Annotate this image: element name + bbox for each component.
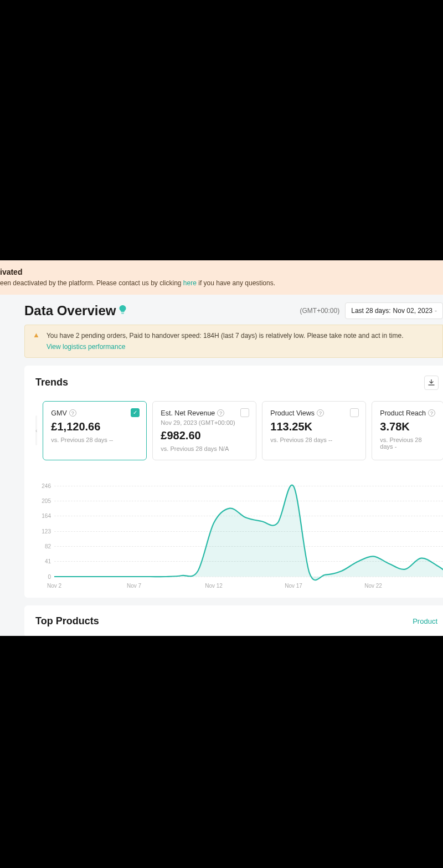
y-tick: 246 xyxy=(35,482,51,489)
download-button[interactable] xyxy=(424,376,439,390)
trends-title: Trends xyxy=(35,377,68,388)
help-icon[interactable]: ? xyxy=(428,409,435,417)
deactivation-here-link[interactable]: here xyxy=(183,279,197,287)
deactivation-title: ivated xyxy=(0,266,443,278)
metric-row: ‹ GMV ? ✓ £1,120.66 vs. Previous 28 days… xyxy=(35,401,443,460)
top-products-title: Top Products xyxy=(35,615,99,627)
metric-checkbox-net-revenue[interactable] xyxy=(240,408,249,417)
y-tick: 0 xyxy=(35,573,51,579)
metric-card-product-reach[interactable]: Product Reach ? 3.78K vs. Previous 28 da… xyxy=(372,401,443,460)
help-icon[interactable]: ? xyxy=(217,409,224,417)
trends-card: Trends ‹ GMV ? ✓ £1,120.66 vs. Previous … xyxy=(24,366,443,598)
y-tick: 41 xyxy=(35,558,51,564)
top-products-card: Top Products Product xyxy=(24,605,443,636)
view-logistics-link[interactable]: View logistics performance xyxy=(47,342,126,352)
metric-card-product-views[interactable]: Product Views ? 113.25K vs. Previous 28 … xyxy=(262,401,366,460)
page-header: Data Overview (GMT+00:00) Last 28 days: … xyxy=(0,295,443,325)
x-tick: Nov 12 xyxy=(205,583,223,589)
x-tick: Nov 17 xyxy=(285,583,302,589)
bulb-icon xyxy=(119,305,126,316)
metric-checkbox-gmv[interactable]: ✓ xyxy=(131,408,140,417)
page-title: Data Overview xyxy=(24,303,126,319)
metric-checkbox-product-views[interactable] xyxy=(350,408,359,417)
y-tick: 123 xyxy=(35,528,51,534)
help-icon[interactable]: ? xyxy=(317,409,324,417)
chart-svg xyxy=(54,477,443,577)
y-tick: 164 xyxy=(35,513,51,519)
alert-message: You have 2 pending orders, Paid to hando… xyxy=(47,332,404,340)
dashboard-window: ivated een deactivated by the platform. … xyxy=(0,260,443,636)
deactivation-body: een deactivated by the platform. Please … xyxy=(0,278,443,289)
help-icon[interactable]: ? xyxy=(69,409,76,417)
deactivation-banner: ivated een deactivated by the platform. … xyxy=(0,260,443,295)
x-tick: Nov 7 xyxy=(127,583,141,589)
chevron-down-icon: - xyxy=(435,307,437,315)
warning-icon: ▲ xyxy=(33,331,40,352)
date-range-selector[interactable]: Last 28 days: Nov 02, 2023 - xyxy=(345,302,443,319)
x-tick: Nov 2 xyxy=(47,583,61,589)
y-tick: 82 xyxy=(35,543,51,549)
header-right: (GMT+00:00) Last 28 days: Nov 02, 2023 - xyxy=(300,302,443,319)
metrics-prev-button[interactable]: ‹ xyxy=(35,415,37,445)
top-products-link[interactable]: Product xyxy=(413,617,437,625)
logistics-alert: ▲ You have 2 pending orders, Paid to han… xyxy=(24,325,443,358)
metric-card-net-revenue[interactable]: Est. Net Revenue ? Nov 29, 2023 (GMT+00:… xyxy=(152,401,256,460)
metric-card-gmv[interactable]: GMV ? ✓ £1,120.66 vs. Previous 28 days -… xyxy=(43,401,147,460)
x-tick: Nov 22 xyxy=(364,583,382,589)
trends-chart: 04182123164205246 Nov 2Nov 7Nov 12Nov 17… xyxy=(35,477,443,588)
timezone-label: (GMT+00:00) xyxy=(300,307,340,315)
y-tick: 205 xyxy=(35,497,51,504)
